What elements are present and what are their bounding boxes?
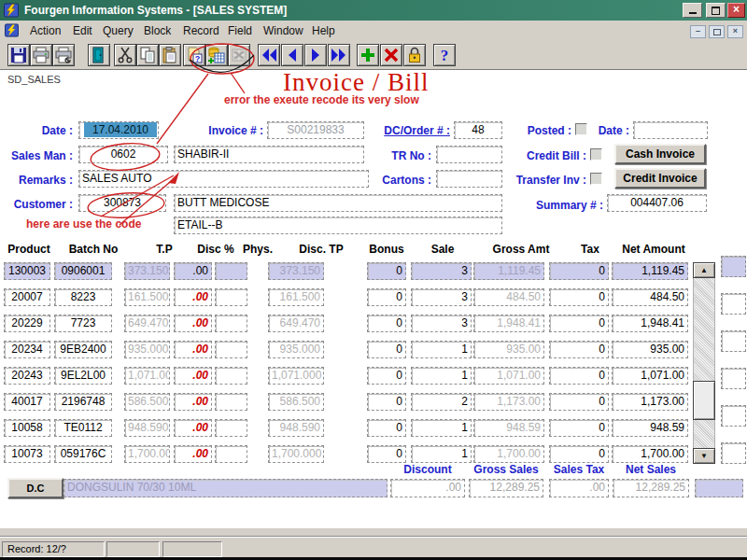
- delete-record-button[interactable]: [380, 44, 402, 66]
- cell-net[interactable]: 1,700.00: [612, 445, 688, 463]
- insert-record-button[interactable]: [205, 44, 228, 66]
- cell-bonus[interactable]: 0: [367, 262, 406, 280]
- cell-disctp[interactable]: 586.500: [268, 393, 324, 411]
- dc-order-field[interactable]: 48: [454, 121, 502, 139]
- cell-disc[interactable]: .00: [174, 367, 212, 385]
- cell-tp[interactable]: 586.500: [124, 393, 170, 411]
- cell-batch[interactable]: 7723: [54, 315, 112, 332]
- cell-tp[interactable]: 373.150: [124, 262, 170, 280]
- cell-phys[interactable]: [215, 419, 247, 437]
- cell-disc[interactable]: .00: [174, 341, 212, 358]
- cell-tax[interactable]: 0: [549, 341, 609, 358]
- transfer-inv-checkbox[interactable]: [590, 173, 602, 185]
- overflow-field[interactable]: [721, 442, 746, 464]
- cell-phys[interactable]: [215, 393, 247, 411]
- copy-button[interactable]: [136, 44, 159, 66]
- overflow-field[interactable]: [721, 256, 746, 277]
- cell-gross[interactable]: 935.00: [473, 341, 544, 358]
- mdi-close-button[interactable]: ×: [727, 25, 743, 38]
- cell-net[interactable]: 935.00: [612, 341, 688, 358]
- gross-sales-total-field[interactable]: 12,289.25: [469, 479, 543, 497]
- cell-disctp[interactable]: 1,700.000: [268, 445, 324, 463]
- cell-disc[interactable]: .00: [174, 288, 212, 306]
- help-button[interactable]: ?: [433, 44, 456, 66]
- credit-bill-checkbox[interactable]: [590, 148, 602, 161]
- menu-item-action[interactable]: Action: [22, 21, 68, 41]
- cell-batch[interactable]: 9EL2L00: [54, 367, 112, 385]
- clear-query-button[interactable]: ?: [183, 44, 205, 66]
- cell-batch[interactable]: TE0112: [54, 419, 112, 437]
- cell-disc[interactable]: .00: [174, 315, 212, 332]
- cell-product[interactable]: 20234: [4, 341, 50, 358]
- credit-invoice-button[interactable]: Credit Invoice: [614, 168, 706, 189]
- cell-bonus[interactable]: 0: [367, 315, 406, 332]
- cell-gross[interactable]: 1,948.41: [473, 315, 544, 332]
- cell-net[interactable]: 1,948.41: [612, 315, 688, 332]
- summary-field[interactable]: 004407.06: [607, 194, 707, 212]
- cell-sale[interactable]: 3: [411, 288, 472, 306]
- cell-disctp[interactable]: 161.500: [268, 288, 324, 306]
- menu-item-query[interactable]: Query: [95, 21, 141, 41]
- sales-man-code-field[interactable]: 0602: [78, 146, 168, 163]
- cell-gross[interactable]: 1,071.00: [473, 367, 544, 385]
- cell-net[interactable]: 1,173.00: [612, 393, 688, 411]
- cell-bonus[interactable]: 0: [367, 367, 406, 385]
- cell-bonus[interactable]: 0: [367, 445, 406, 463]
- cell-disctp[interactable]: 948.590: [268, 419, 324, 437]
- cell-sale[interactable]: 1: [411, 367, 472, 385]
- cell-phys[interactable]: [215, 288, 247, 306]
- customer-category-field[interactable]: ETAIL--B: [174, 217, 502, 234]
- save-button[interactable]: [7, 44, 30, 66]
- cell-disc[interactable]: .00: [174, 419, 212, 437]
- cell-tax[interactable]: 0: [549, 288, 609, 306]
- cell-gross[interactable]: 948.59: [473, 419, 544, 437]
- cell-batch[interactable]: 8223: [54, 288, 112, 306]
- posted-date-field[interactable]: [633, 121, 708, 139]
- sales-tax-total-field[interactable]: .00: [549, 479, 609, 497]
- scroll-up-button[interactable]: ▲: [693, 262, 715, 278]
- mdi-minimize-button[interactable]: –: [690, 25, 706, 38]
- cell-tp[interactable]: 649.470: [124, 315, 170, 332]
- overflow-total-field[interactable]: [695, 479, 743, 497]
- cell-disc[interactable]: .00: [174, 262, 212, 280]
- cell-disc[interactable]: .00: [174, 393, 212, 411]
- next-record-button[interactable]: [304, 44, 327, 66]
- cell-sale[interactable]: 1: [411, 445, 472, 463]
- cell-tax[interactable]: 0: [549, 445, 609, 463]
- cash-invoice-button[interactable]: Cash Invoice: [614, 144, 706, 164]
- cell-product[interactable]: 10058: [4, 419, 50, 437]
- discount-total-field[interactable]: .00: [390, 479, 465, 497]
- cell-net[interactable]: 1,119.45: [612, 262, 688, 280]
- previous-record-button[interactable]: [281, 44, 303, 66]
- cell-bonus[interactable]: 0: [367, 341, 406, 358]
- cell-tp[interactable]: 1,071.000: [124, 367, 170, 385]
- cell-gross[interactable]: 1,700.00: [473, 445, 544, 463]
- product-name-field[interactable]: DONGSULIN 70/30 10ML: [63, 479, 388, 497]
- cell-sale[interactable]: 1: [411, 419, 472, 437]
- cell-product[interactable]: 40017: [4, 393, 50, 411]
- cell-net[interactable]: 1,071.00: [612, 367, 688, 385]
- cell-product[interactable]: 130003: [4, 262, 50, 280]
- overflow-field[interactable]: [721, 330, 746, 352]
- cell-sale[interactable]: 3: [411, 262, 472, 280]
- cell-disctp[interactable]: 649.470: [268, 315, 324, 332]
- print-setup-button[interactable]: [52, 44, 75, 66]
- vertical-scrollbar-thumb[interactable]: [693, 381, 715, 420]
- sales-man-name-field[interactable]: SHABIR-II: [174, 146, 364, 163]
- cell-phys[interactable]: [215, 445, 247, 463]
- cell-sale[interactable]: 2: [411, 393, 472, 411]
- posted-checkbox[interactable]: [575, 123, 587, 135]
- cell-tp[interactable]: 935.000: [124, 341, 170, 358]
- cartons-field[interactable]: [436, 170, 502, 188]
- cell-phys[interactable]: [215, 262, 247, 280]
- cell-tp[interactable]: 161.500: [124, 288, 170, 306]
- cell-net[interactable]: 484.50: [612, 288, 688, 306]
- cell-batch[interactable]: 059176C: [54, 445, 112, 463]
- cell-disc[interactable]: .00: [174, 445, 212, 463]
- customer-code-field[interactable]: 300873: [78, 194, 166, 212]
- minimize-button[interactable]: [683, 3, 702, 18]
- cell-sale[interactable]: 3: [411, 315, 472, 332]
- menu-item-help[interactable]: Help: [304, 21, 343, 41]
- overflow-field[interactable]: [721, 405, 746, 427]
- cell-tax[interactable]: 0: [549, 419, 609, 437]
